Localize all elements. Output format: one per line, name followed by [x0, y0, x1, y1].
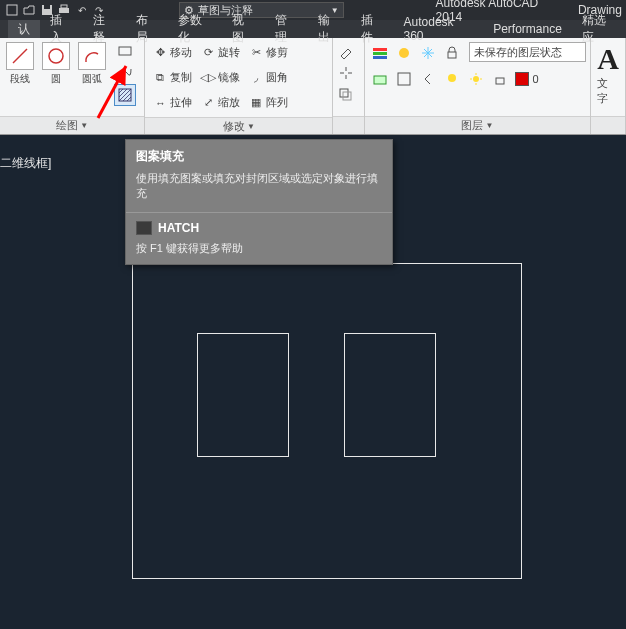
layers-panel: 未保存的图层状态 0 图层▼ — [365, 38, 592, 134]
array-button[interactable]: ▦阵列 — [245, 92, 291, 114]
svg-rect-11 — [373, 52, 387, 55]
modify-right-strip — [333, 38, 364, 134]
bulb-icon[interactable] — [441, 68, 463, 90]
ribbon: 段线 圆 圆弧 绘图▼ — [0, 38, 626, 135]
svg-rect-19 — [496, 78, 504, 84]
tab-view[interactable]: 视图 — [222, 20, 265, 38]
copy-icon: ⧉ — [152, 70, 168, 86]
move-icon: ✥ — [152, 45, 168, 61]
svg-rect-0 — [7, 5, 17, 15]
line-button[interactable]: 段线 — [2, 40, 38, 88]
tab-addins[interactable]: 插件 — [351, 20, 394, 38]
circle-button[interactable]: 圆 — [38, 40, 74, 88]
layer-off-icon[interactable] — [393, 42, 415, 64]
rotate-icon: ⟳ — [200, 45, 216, 61]
layer-color-swatch[interactable] — [515, 72, 529, 86]
text-button[interactable]: A 文字 — [593, 40, 623, 114]
mirror-button[interactable]: ◁▷镜像 — [197, 67, 243, 89]
inner-rectangle-left — [197, 333, 289, 457]
layer-match-icon[interactable] — [393, 68, 415, 90]
text-label: 文字 — [597, 76, 619, 106]
arc-button[interactable]: 圆弧 — [74, 40, 110, 88]
explode-icon[interactable] — [335, 62, 357, 84]
layer-properties-icon[interactable] — [369, 42, 391, 64]
fillet-icon: ◞ — [248, 70, 264, 86]
view-style-label: 二维线框] — [0, 155, 51, 172]
rotate-button[interactable]: ⟳旋转 — [197, 42, 243, 64]
tooltip-help: 按 F1 键获得更多帮助 — [136, 241, 382, 256]
inner-rectangle-right — [344, 333, 436, 457]
chevron-down-icon: ▼ — [247, 122, 255, 131]
chevron-down-icon: ▼ — [485, 121, 493, 130]
tab-default[interactable]: 认 — [8, 20, 40, 38]
chevron-down-icon: ▼ — [80, 121, 88, 130]
layer-freeze-icon[interactable] — [417, 42, 439, 64]
move-button[interactable]: ✥移动 — [149, 42, 195, 64]
line-label: 段线 — [10, 72, 30, 86]
tab-performance[interactable]: Performance — [483, 20, 572, 38]
offset-icon[interactable] — [335, 84, 357, 106]
array-icon: ▦ — [248, 95, 264, 111]
svg-rect-8 — [340, 89, 348, 97]
mirror-icon: ◁▷ — [200, 70, 216, 86]
svg-point-18 — [473, 76, 479, 82]
layer-zero-label: 0 — [533, 73, 539, 85]
outer-rectangle — [132, 263, 522, 579]
tab-insert[interactable]: 插入 — [40, 20, 83, 38]
circle-label: 圆 — [51, 72, 61, 86]
svg-rect-16 — [398, 73, 410, 85]
copy-button[interactable]: ⧉复制 — [149, 67, 195, 89]
qat-new-icon[interactable] — [4, 2, 19, 18]
draw-panel-title[interactable]: 绘图▼ — [0, 116, 144, 134]
tab-a360[interactable]: Autodesk 360 — [394, 20, 484, 38]
tooltip-command: HATCH — [158, 221, 199, 235]
text-a-icon: A — [597, 44, 619, 74]
layer-lock-icon[interactable] — [441, 42, 463, 64]
layer-iso-icon[interactable] — [369, 68, 391, 90]
trim-icon: ✂ — [248, 45, 264, 61]
hatch-button[interactable] — [114, 84, 136, 106]
draw-panel: 段线 圆 圆弧 绘图▼ — [0, 38, 145, 134]
erase-icon[interactable] — [335, 40, 357, 62]
ribbon-tabs: 认 插入 注释 布局 参数化 视图 管理 输出 插件 Autodesk 360 … — [0, 20, 626, 38]
svg-rect-12 — [373, 56, 387, 59]
tab-featured[interactable]: 精选应 — [572, 20, 626, 38]
svg-rect-6 — [119, 47, 131, 55]
command-icon — [136, 221, 152, 235]
sun-icon[interactable] — [465, 68, 487, 90]
arc-label: 圆弧 — [82, 72, 102, 86]
svg-rect-2 — [44, 5, 50, 9]
layer-prev-icon[interactable] — [417, 68, 439, 90]
svg-point-17 — [448, 74, 456, 82]
modify-panel-title[interactable]: 修改▼ — [145, 117, 332, 134]
svg-rect-10 — [373, 48, 387, 51]
layer-state-label: 未保存的图层状态 — [474, 45, 562, 60]
tab-annotate[interactable]: 注释 — [83, 20, 126, 38]
stretch-button[interactable]: ↔拉伸 — [149, 92, 195, 114]
rect-icon[interactable] — [114, 40, 136, 62]
tab-manage[interactable]: 管理 — [265, 20, 308, 38]
svg-point-5 — [49, 49, 63, 63]
tab-output[interactable]: 输出 — [308, 20, 351, 38]
svg-rect-4 — [61, 5, 67, 8]
layer-state-dropdown[interactable]: 未保存的图层状态 — [469, 42, 587, 62]
tooltip-description: 使用填充图案或填充对封闭区域或选定对象进行填充 — [136, 171, 382, 202]
svg-rect-15 — [374, 76, 386, 84]
lock-small-icon[interactable] — [489, 68, 511, 90]
svg-rect-9 — [343, 92, 351, 100]
modify-panel: ✥移动 ⟳旋转 ✂修剪 ⧉复制 ◁▷镜像 ◞圆角 ↔拉伸 ⤢缩放 ▦阵列 修改▼ — [145, 38, 333, 134]
qat-open-icon[interactable] — [21, 2, 36, 18]
annotation-panel: A 文字 — [591, 38, 626, 134]
tab-parametric[interactable]: 参数化 — [168, 20, 222, 38]
svg-point-13 — [399, 48, 409, 58]
fillet-button[interactable]: ◞圆角 — [245, 67, 291, 89]
spline-icon[interactable] — [114, 62, 136, 84]
qat-undo-icon[interactable]: ↶ — [74, 2, 89, 18]
scale-button[interactable]: ⤢缩放 — [197, 92, 243, 114]
stretch-icon: ↔ — [152, 95, 168, 111]
tab-layout[interactable]: 布局 — [126, 20, 169, 38]
tooltip-title: 图案填充 — [136, 148, 382, 165]
scale-icon: ⤢ — [200, 95, 216, 111]
layers-panel-title[interactable]: 图层▼ — [365, 116, 591, 134]
trim-button[interactable]: ✂修剪 — [245, 42, 291, 64]
